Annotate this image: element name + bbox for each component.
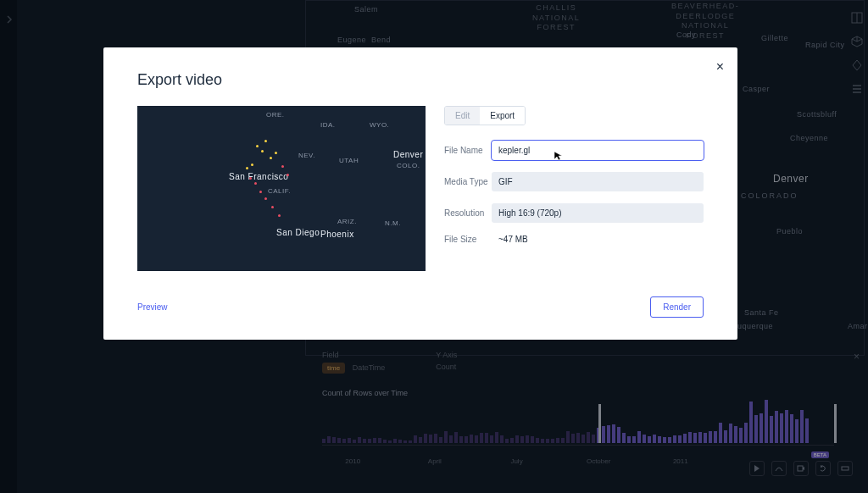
edit-export-tabs: Edit Export [444,106,526,125]
close-modal-icon[interactable]: × [716,59,724,75]
state-utah: UTAH [339,157,359,164]
data-point [275,152,277,154]
data-point [256,145,259,147]
state-nev: NEV. [298,152,315,159]
data-point [246,167,248,169]
data-point [287,174,289,176]
render-button[interactable]: Render [650,296,704,318]
filesize-label: File Size [444,235,492,244]
data-point [278,214,281,217]
data-point [259,191,262,193]
filename-label: File Name [444,146,492,155]
filesize-value: ~47 MB [492,235,528,244]
mediatype-select[interactable]: GIF [492,172,704,191]
tab-edit[interactable]: Edit [445,107,480,125]
state-nm: N.M. [385,219,401,227]
export-form: Edit Export File Name Media Type GIF Res… [444,106,704,271]
city-phoenix: Phoenix [320,230,354,239]
data-point [270,157,272,159]
resolution-select[interactable]: High 16:9 (720p) [492,203,704,223]
data-point [281,165,284,168]
video-preview: ORE. IDA. WYO. NEV. UTAH COLO. Denver Sa… [137,106,426,271]
state-colo: COLO. [397,162,420,169]
data-point [251,163,253,166]
data-point [249,177,252,180]
state-wyo: WYO. [370,121,389,129]
tab-export[interactable]: Export [480,107,525,125]
resolution-label: Resolution [444,208,492,218]
state-calif: CALIF. [268,187,291,195]
data-point [261,150,264,152]
preview-link[interactable]: Preview [137,302,168,312]
city-denver-preview: Denver [393,150,423,159]
city-sd: San Diego [276,228,320,237]
data-point [264,197,267,200]
city-sf: San Francisco [229,172,288,181]
modal-title: Export video [137,71,704,89]
state-ore: ORE. [266,111,285,119]
state-ida: IDA. [320,121,336,129]
mouse-cursor-icon [554,151,564,161]
data-point [271,206,274,208]
data-point [254,182,257,185]
mediatype-label: Media Type [444,177,492,186]
filename-input[interactable] [492,141,704,160]
state-ariz: ARIZ. [337,218,357,225]
data-point [264,140,267,142]
export-video-modal: × Export video ORE. IDA. WYO. NEV. UTAH … [103,47,737,340]
